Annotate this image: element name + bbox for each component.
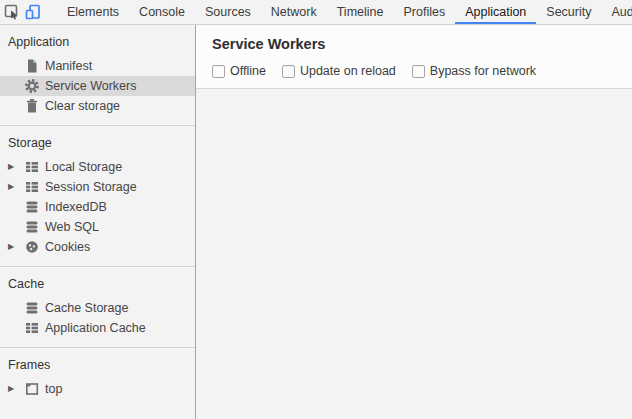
sidebar-item-service-workers[interactable]: Service Workers (0, 76, 195, 96)
checkbox-update-on-reload[interactable]: Update on reload (282, 64, 396, 78)
tab-timeline[interactable]: Timeline (327, 0, 394, 24)
sidebar-item-label: top (45, 381, 62, 397)
sidebar-item-web-sql[interactable]: Web SQL (0, 217, 195, 237)
sidebar-item-manifest[interactable]: Manifest (0, 56, 195, 76)
cookie-icon (24, 239, 40, 255)
checkbox-input[interactable] (412, 65, 425, 78)
table-icon (24, 179, 40, 195)
checkbox-label: Offline (230, 64, 266, 78)
table-icon (24, 159, 40, 175)
tab-profiles[interactable]: Profiles (393, 0, 455, 24)
sidebar-section-title: Storage (0, 136, 195, 151)
frame-icon (24, 381, 40, 397)
sidebar-section-storage: Storage ▶ Local Storage ▶ Session Storag… (0, 126, 195, 267)
sidebar-section-cache: Cache Cache Storage Application Cache (0, 267, 195, 348)
sidebar-section-title: Cache (0, 277, 195, 292)
sidebar-item-top[interactable]: ▶ top (0, 379, 195, 399)
device-toolbar-icon (25, 4, 41, 20)
sidebar-item-label: Cache Storage (45, 300, 128, 316)
file-icon (24, 58, 40, 74)
table-icon (24, 320, 40, 336)
sidebar-section-application: Application Manifest Service Workers Cle… (0, 25, 195, 126)
application-sidebar: Application Manifest Service Workers Cle… (0, 25, 196, 419)
checkbox-offline[interactable]: Offline (212, 64, 266, 78)
database-icon (24, 199, 40, 215)
sidebar-section-items: ▶ top (0, 379, 195, 399)
sidebar-item-indexeddb[interactable]: IndexedDB (0, 197, 195, 217)
device-toolbar-button[interactable] (25, 0, 46, 24)
service-workers-header: Service Workers Offline Update on reload… (196, 25, 632, 89)
sidebar-item-label: Clear storage (45, 98, 120, 114)
tab-network[interactable]: Network (261, 0, 327, 24)
checkbox-row: Offline Update on reload Bypass for netw… (212, 64, 616, 78)
main-panel: Service Workers Offline Update on reload… (196, 25, 632, 419)
tab-audits[interactable]: Audits (601, 0, 632, 24)
panel-title: Service Workers (212, 36, 616, 52)
sidebar-section-title: Application (0, 35, 195, 50)
gear-icon (24, 78, 40, 94)
sidebar-section-frames: Frames ▶ top (0, 348, 195, 408)
sidebar-item-label: Web SQL (45, 219, 99, 235)
checkbox-input[interactable] (282, 65, 295, 78)
disclosure-triangle-icon[interactable]: ▶ (8, 183, 14, 191)
toolbar-tabs: ElementsConsoleSourcesNetworkTimelinePro… (57, 0, 632, 24)
disclosure-triangle-icon[interactable]: ▶ (8, 243, 14, 251)
checkbox-label: Update on reload (300, 64, 396, 78)
sidebar-item-clear-storage[interactable]: Clear storage (0, 96, 195, 116)
sidebar-section-items: ▶ Local Storage ▶ Session Storage Indexe… (0, 157, 195, 257)
tab-application[interactable]: Application (455, 0, 536, 24)
checkbox-input[interactable] (212, 65, 225, 78)
tab-elements[interactable]: Elements (57, 0, 129, 24)
sidebar-section-items: Cache Storage Application Cache (0, 298, 195, 338)
checkbox-label: Bypass for network (430, 64, 536, 78)
sidebar-item-local-storage[interactable]: ▶ Local Storage (0, 157, 195, 177)
sidebar-section-title: Frames (0, 358, 195, 373)
tab-security[interactable]: Security (536, 0, 601, 24)
tab-console[interactable]: Console (129, 0, 195, 24)
inspect-element-button[interactable] (4, 0, 25, 24)
database-icon (24, 300, 40, 316)
disclosure-triangle-icon[interactable]: ▶ (8, 163, 14, 171)
sidebar-item-label: Local Storage (45, 159, 122, 175)
database-icon (24, 219, 40, 235)
sidebar-section-items: Manifest Service Workers Clear storage (0, 56, 195, 116)
sidebar-item-label: Cookies (45, 239, 90, 255)
devtools-window: ElementsConsoleSourcesNetworkTimelinePro… (0, 0, 632, 419)
sidebar-item-cookies[interactable]: ▶ Cookies (0, 237, 195, 257)
disclosure-triangle-icon[interactable]: ▶ (8, 385, 14, 393)
sidebar-item-session-storage[interactable]: ▶ Session Storage (0, 177, 195, 197)
sidebar-item-label: Manifest (45, 58, 92, 74)
sidebar-item-label: Session Storage (45, 179, 137, 195)
trash-icon (24, 98, 40, 114)
sidebar-item-cache-storage[interactable]: Cache Storage (0, 298, 195, 318)
devtools-toolbar: ElementsConsoleSourcesNetworkTimelinePro… (0, 0, 632, 25)
tab-sources[interactable]: Sources (195, 0, 261, 24)
sidebar-item-application-cache[interactable]: Application Cache (0, 318, 195, 338)
sidebar-item-label: IndexedDB (45, 199, 107, 215)
checkbox-bypass-for-network[interactable]: Bypass for network (412, 64, 536, 78)
devtools-body: Application Manifest Service Workers Cle… (0, 25, 632, 419)
sidebar-item-label: Service Workers (45, 78, 136, 94)
inspect-element-icon (4, 4, 20, 20)
sidebar-item-label: Application Cache (45, 320, 146, 336)
panel-content (196, 89, 632, 419)
